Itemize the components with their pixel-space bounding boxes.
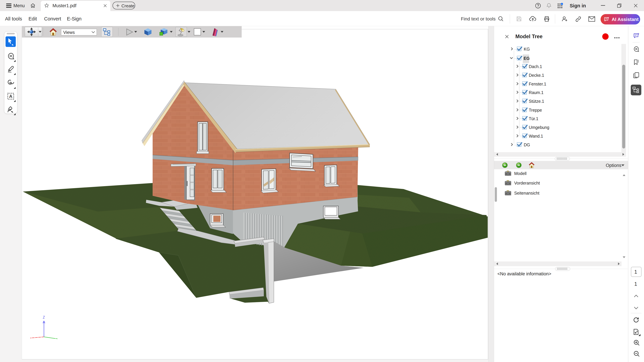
svg-text:A: A: [9, 94, 12, 99]
